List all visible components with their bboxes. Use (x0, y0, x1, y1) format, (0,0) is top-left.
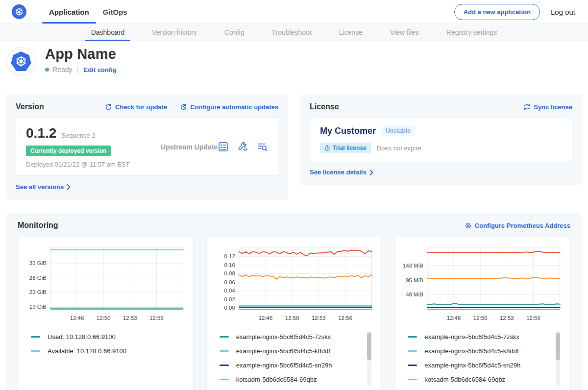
tab-application-label: Application (49, 8, 89, 16)
legend-item: Used: 10.128.0.66:9100 (31, 330, 183, 344)
page-title: App Name (45, 46, 117, 62)
cpu-usage-plot[interactable]: 0.000.020.040.060.080.100.1212:4612:5012… (213, 244, 376, 325)
cpu-usage-chart-title: CPU Usage (213, 388, 376, 390)
subnav-config[interactable]: Config (221, 24, 247, 41)
top-navbar: Application GitOps Add a new application… (0, 0, 588, 24)
svg-text:12:50: 12:50 (285, 315, 299, 321)
logout-link[interactable]: Log out (551, 8, 575, 16)
legend-item: example-nginx-5bc6f5d4c5-sn29h (408, 358, 560, 372)
legend-item: example-nginx-5bc6f5d4c5-k8ddf (220, 344, 372, 358)
version-card: Version Check for update (6, 94, 288, 200)
svg-text:12:53: 12:53 (500, 315, 514, 321)
svg-text:0.12: 0.12 (224, 253, 235, 259)
svg-text:12:53: 12:53 (123, 315, 137, 321)
subnav-view-files[interactable]: View files (387, 24, 422, 41)
edit-config-link[interactable]: Edit config (83, 66, 116, 73)
view-diff-icon[interactable] (257, 141, 268, 152)
kubernetes-heptagon-icon (11, 51, 31, 71)
helm-wheel-icon (14, 7, 24, 17)
svg-text:12:50: 12:50 (97, 315, 111, 321)
svg-text:12:50: 12:50 (473, 315, 488, 321)
app-subnav: Dashboard Version history Config Trouble… (0, 24, 588, 41)
version-card-title: Version (16, 102, 44, 111)
legend-scrollbar-thumb[interactable] (367, 333, 371, 360)
license-expiry: Does not expire (377, 145, 421, 152)
legend-item: example-nginx-5bc6f5d4c5-7zskx (220, 330, 372, 344)
subnav-license[interactable]: License (336, 24, 366, 41)
legend-label: example-nginx-5bc6f5d4c5-sn29h (236, 362, 332, 369)
disk-usage-plot[interactable]: 19 GiB23 GiB28 GiB33 GiB12:4612:5012:531… (24, 244, 187, 325)
subnav-dashboard-label: Dashboard (91, 28, 125, 36)
license-box: My Customer Unstable Trial license Does … (310, 118, 572, 161)
tab-gitops[interactable]: GitOps (96, 0, 134, 24)
config-wrench-icon[interactable] (237, 141, 248, 152)
license-type-label: Trial license (333, 145, 367, 151)
tab-gitops-label: GitOps (103, 8, 127, 16)
sync-license-label: Sync license (534, 103, 572, 111)
check-for-update-label: Check for update (115, 103, 167, 111)
license-card-title: License (310, 102, 339, 111)
svg-text:12:56: 12:56 (338, 315, 352, 321)
see-all-versions-link[interactable]: See all versions (16, 183, 71, 191)
app-header: App Name Ready Edit config (0, 41, 588, 88)
edit-config-label: Edit config (83, 66, 116, 73)
svg-text:143 MiB: 143 MiB (403, 263, 423, 268)
see-license-details-link[interactable]: See license details (310, 169, 373, 176)
subnav-version-history[interactable]: Version history (149, 24, 200, 41)
configure-prometheus-link[interactable]: Configure Prometheus Address (465, 222, 570, 229)
legend-label: Used: 10.128.0.66:9100 (48, 333, 116, 341)
legend-scrollbar-thumb[interactable] (556, 333, 560, 360)
divider (77, 66, 78, 73)
sync-arrows-icon (523, 103, 531, 110)
svg-text:12:56: 12:56 (149, 315, 164, 321)
legend-color-dash (31, 350, 40, 352)
cpu-usage-chart-card: 0.000.020.040.060.080.100.1212:4612:5012… (206, 237, 382, 390)
legend-label: kotsadm-5db6dc6584-69qbz (236, 376, 317, 383)
svg-text:0.08: 0.08 (224, 270, 235, 276)
tab-application[interactable]: Application (42, 0, 96, 24)
version-number: 0.1.2 (26, 125, 56, 141)
license-card: License Sync license My (300, 94, 582, 185)
sync-license-link[interactable]: Sync license (523, 103, 572, 111)
disk-usage-chart-title: Disk Usage (24, 388, 187, 390)
disk-usage-chart-card: 19 GiB23 GiB28 GiB33 GiB12:4612:5012:531… (18, 237, 194, 390)
configure-automatic-updates-link[interactable]: Configure automatic updates (180, 103, 278, 111)
legend-item: example-nginx-5bc6f5d4c5-sn29h (220, 358, 372, 372)
legend-label: kotsadm-5db6dc6584-69qbz (424, 376, 505, 383)
subnav-troubleshoot[interactable]: Troubleshoot (269, 24, 314, 41)
legend-color-dash (408, 365, 417, 366)
gear-icon (465, 222, 472, 229)
check-for-update-link[interactable]: Check for update (105, 103, 167, 111)
legend-color-dash (220, 379, 229, 380)
subnav-dashboard[interactable]: Dashboard (88, 24, 128, 41)
version-sequence: Sequence 2 (61, 132, 95, 139)
svg-text:19 GiB: 19 GiB (29, 304, 47, 310)
svg-text:0.06: 0.06 (224, 279, 235, 285)
clock-refresh-icon (180, 103, 187, 111)
license-type-badge: Trial license (320, 143, 371, 153)
svg-text:0.02: 0.02 (224, 296, 235, 302)
memory-usage-legend: example-nginx-5bc6f5d4c5-7zskxexample-ng… (408, 330, 560, 388)
add-application-button[interactable]: Add a new application (454, 4, 540, 20)
deployed-timestamp: Deployed 01/21/22 @ 11:57 am EST (26, 161, 161, 168)
legend-color-dash (408, 350, 417, 352)
monitoring-title: Monitoring (18, 221, 58, 230)
kubernetes-logo (12, 4, 26, 19)
svg-text:0.10: 0.10 (224, 262, 235, 268)
legend-label: Available: 10.128.0.66:9100 (48, 347, 126, 355)
cpu-usage-legend: example-nginx-5bc6f5d4c5-7zskxexample-ng… (220, 330, 372, 388)
legend-item: example-nginx-5bc6f5d4c5-7zskx (408, 330, 560, 344)
memory-usage-chart-title: Memory Usage (401, 388, 564, 390)
disk-usage-legend: Used: 10.128.0.66:9100Available: 10.128.… (31, 330, 183, 388)
memory-usage-plot[interactable]: 48 MiB95 MiB143 MiB12:4612:5012:5312:56 (401, 244, 564, 325)
legend-label: example-nginx-5bc6f5d4c5-7zskx (424, 333, 519, 341)
status-badge: Ready (52, 66, 72, 73)
version-source-label: Upstream Update (161, 143, 218, 151)
subnav-view-files-label: View files (390, 28, 419, 36)
subnav-registry-settings[interactable]: Registry settings (443, 24, 500, 41)
top-tabs: Application GitOps (42, 0, 134, 24)
preflight-checklist-icon[interactable] (218, 141, 229, 152)
subnav-version-history-label: Version history (152, 28, 197, 36)
legend-color-dash (408, 379, 417, 380)
legend-item: example-nginx-5bc6f5d4c5-k8ddf (408, 344, 560, 358)
